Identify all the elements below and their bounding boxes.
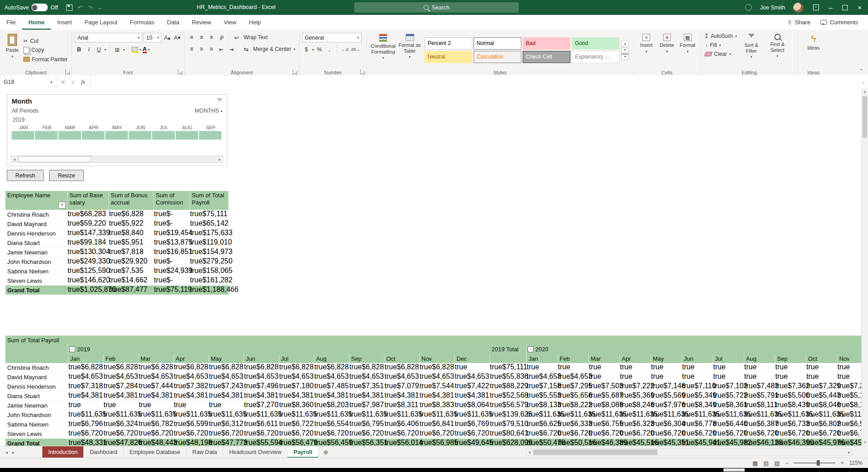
pcell money[interactable]: true [68,401,104,410]
slicer-scroll-thumb[interactable] [18,156,91,162]
pivot2-month-2020-aug[interactable]: Aug [744,354,775,363]
pivot2-month-2019-apr[interactable]: Apr [174,354,209,363]
font-dialog-launcher[interactable] [178,69,183,74]
pcell money[interactable]: true$7,422 [455,382,490,391]
pcell money[interactable]: true$6,733 [775,420,806,429]
gallery-up-icon[interactable]: ▲ [621,41,629,46]
pcell money[interactable]: true$11,635 [279,410,314,419]
pcell money[interactable]: true$45,351 [651,439,682,446]
pcell money[interactable]: true$4,381 [104,391,139,400]
quick-access-more-icon[interactable]: ⌄ [98,5,102,10]
sheet-tab-introduction[interactable]: Introduction [42,446,84,458]
pcell money[interactable]: true$50,516 [558,439,589,446]
accounting-dropdown-icon[interactable]: ▾ [312,48,314,52]
pcell money[interactable]: true$8,361 [713,401,744,410]
pcell money[interactable]: true$6,554 [314,420,349,429]
cell-style-explanatory[interactable]: Explanatory ... [572,51,619,63]
pcell money[interactable]: true$46,389 [589,439,620,446]
pcell money[interactable]: true$6,755 [589,420,620,429]
pcell money[interactable]: true$279,250 [190,257,229,266]
zoom-slider-thumb[interactable] [817,460,820,466]
slicer-scroll-left-icon[interactable]: ◂ [11,157,18,162]
pcell money[interactable]: true$75,111 [490,363,527,372]
ribbon-tab-data[interactable]: Data [161,15,185,30]
share-button[interactable]: ⇧ Share [787,19,811,26]
pcell money[interactable]: true$5,349 [682,391,713,400]
pcell money[interactable]: true$6,778 [682,420,713,429]
pivot2-month-2019-jun[interactable]: Jun [244,354,279,363]
pivot-row-label[interactable]: Diana Stuart [5,238,68,247]
pcell money[interactable]: true$6,599 [174,420,209,429]
pivot-row-label[interactable]: Jamie Newman [5,401,68,410]
pcell money[interactable]: true$6,720 [455,429,490,438]
pcell money[interactable]: true$4,653 [455,372,490,381]
font-name-combo[interactable]: Arial▾ [75,33,142,42]
pcell money[interactable]: true$6,782 [139,420,174,429]
increase-font-icon[interactable]: A▴ [163,33,172,42]
pcell money[interactable]: true$158,065 [190,267,229,276]
scroll-up-icon[interactable]: ▲ [862,88,868,95]
pcell money[interactable]: true$6,828 [139,363,174,372]
pcell money[interactable]: true$11,635 [384,410,420,419]
pcell money[interactable]: true$7,318 [68,382,104,391]
pivot1-header-sum-of-total-payroll[interactable]: Sum of Total Payroll [190,191,229,210]
pcell money[interactable]: true$29,920 [109,257,154,266]
pcell money[interactable]: true$6,387 [744,420,775,429]
sheet-tab-raw-data[interactable]: Raw Data [186,446,223,458]
decrease-decimal-icon[interactable]: .00→ [350,45,360,54]
pcell money[interactable]: true$7,483 [744,382,775,391]
pcell money[interactable]: true$11,635 [104,410,139,419]
pcell money[interactable]: true$4,381 [279,391,314,400]
pcell money[interactable]: true [139,401,174,410]
pivot2-month-total-blank[interactable] [490,354,527,363]
pcell money[interactable]: true [806,363,837,372]
pivot2-month-2020-mar[interactable]: Mar [589,354,620,363]
pcell money[interactable]: true$6,828 [68,363,104,372]
pcell money[interactable]: true$6,545 [837,420,861,429]
italic-button[interactable]: I [85,45,93,54]
ribbon-display-options-icon[interactable]: ˄ [813,5,819,10]
pcell money[interactable]: true$6,333 [558,420,589,429]
paste-button[interactable]: Paste ▾ [3,32,22,68]
fill-color-dropdown-icon[interactable]: ▾ [140,48,141,52]
pcell money[interactable]: true$7,146 [651,382,682,391]
pcell money[interactable]: true$6,828 [109,210,154,219]
pcell money[interactable]: true$4,653 [174,372,209,381]
pcell money[interactable]: true$6,828 [279,363,314,372]
pcell money[interactable]: true$5,500 [775,391,806,400]
merge-center-button[interactable]: Merge & Center▾ [252,45,297,53]
pcell money[interactable]: true$48,331 [68,439,104,446]
pcell money[interactable]: true$6,720 [806,429,837,438]
pcell money[interactable]: true$6,828 [244,363,279,372]
format-painter-button[interactable]: Format Painter [22,56,69,63]
pivot2-month-2019-mar[interactable]: Mar [139,354,174,363]
pivot2-month-2019-may[interactable]: May [209,354,244,363]
pcell money[interactable]: true$8,360 [279,401,314,410]
pcell money[interactable]: true$6,304 [651,420,682,429]
pcell money[interactable]: true$119,010 [190,238,229,247]
pivot-row-label[interactable]: Dennis Henderson [5,382,68,391]
save-icon[interactable] [66,5,72,11]
pcell money[interactable]: true$6,720 [837,429,861,438]
pcell money[interactable]: true$6,720 [420,429,455,438]
pcell money[interactable]: true$88,229 [490,382,527,391]
pcell money[interactable]: true$7,351 [349,382,384,391]
pcell money[interactable]: true$- [154,257,190,266]
autosum-button[interactable]: ΣAutoSum▾ [704,32,738,40]
search-box[interactable]: Search [354,2,519,13]
pcell money[interactable]: true$6,722 [279,420,314,429]
pcell money[interactable]: true [104,401,139,410]
pcell money[interactable]: true$5,951 [109,238,154,247]
name-box[interactable]: G18 ▾ [0,76,56,88]
page-break-view-icon[interactable]: ▧ [774,460,780,467]
comma-style-icon[interactable]: , [325,45,334,54]
pcell money[interactable]: true$7,544 [420,382,455,391]
name-box-dropdown-icon[interactable]: ▾ [50,80,52,84]
cell-style-calculation[interactable]: Calculation [474,51,521,63]
format-as-table-button[interactable]: Format as Table ▾ [397,32,423,68]
pcell money[interactable]: true$6,720 [68,429,104,438]
pcell money[interactable]: true$4,381 [314,391,349,400]
pcell money[interactable]: true$8,349 [682,401,713,410]
ideas-button[interactable]: ϟ Ideas [801,32,826,68]
align-middle-icon[interactable]: ≡ [197,33,206,42]
